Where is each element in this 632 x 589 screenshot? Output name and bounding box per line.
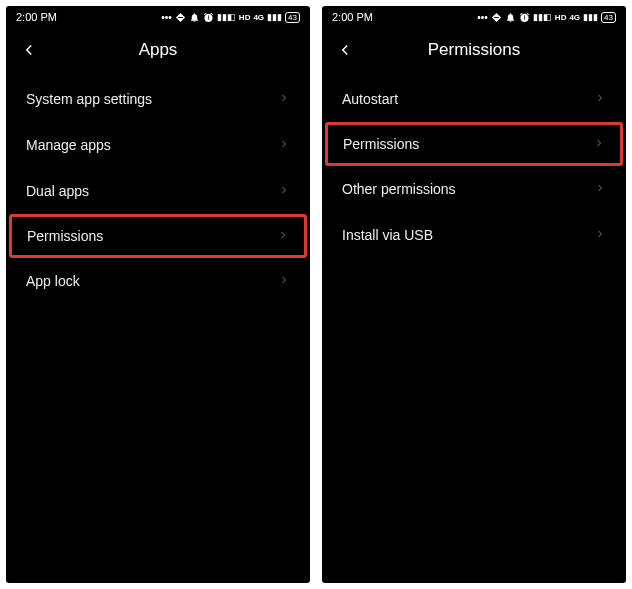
network-badge: HD [555,13,567,22]
alarm-icon [203,12,214,23]
list-item-other-permissions[interactable]: Other permissions [322,166,626,212]
settings-list: Autostart Permissions Other permissions … [322,76,626,258]
list-item-label: Permissions [343,136,419,152]
settings-list: System app settings Manage apps Dual app… [6,76,310,304]
header: Permissions [322,28,626,76]
back-button[interactable] [20,41,38,59]
list-item-system-app-settings[interactable]: System app settings [6,76,310,122]
back-icon [20,41,38,59]
list-item-app-lock[interactable]: App lock [6,258,310,304]
bell-off-icon [505,12,516,23]
status-icons: ••• ▮▮◧ HD 4G ▮▮▮ 43 [161,12,300,23]
header: Apps [6,28,310,76]
dnd-icon [175,12,186,23]
dnd-icon [491,12,502,23]
chevron-right-icon [278,91,290,107]
chevron-right-icon [593,136,605,152]
list-item-permissions[interactable]: Permissions [325,122,623,166]
chevron-right-icon [594,181,606,197]
list-item-label: Permissions [27,228,103,244]
list-item-label: System app settings [26,91,152,107]
list-item-install-via-usb[interactable]: Install via USB [322,212,626,258]
list-item-label: Dual apps [26,183,89,199]
battery-icon: 43 [601,12,616,23]
signal-icon-1: ▮▮◧ [217,12,236,22]
more-icon: ••• [161,12,172,23]
list-item-label: Other permissions [342,181,456,197]
list-item-label: Autostart [342,91,398,107]
network-4g: 4G [253,13,264,22]
status-bar: 2:00 PM ••• ▮▮◧ HD 4G ▮▮▮ 43 [6,6,310,28]
chevron-right-icon [594,227,606,243]
list-item-autostart[interactable]: Autostart [322,76,626,122]
list-item-manage-apps[interactable]: Manage apps [6,122,310,168]
list-item-permissions[interactable]: Permissions [9,214,307,258]
signal-icon-2: ▮▮▮ [267,12,282,22]
alarm-icon [519,12,530,23]
status-icons: ••• ▮▮◧ HD 4G ▮▮▮ 43 [477,12,616,23]
chevron-right-icon [594,91,606,107]
network-4g: 4G [569,13,580,22]
page-title: Permissions [336,40,612,60]
signal-icon-1: ▮▮◧ [533,12,552,22]
status-time: 2:00 PM [332,11,373,23]
chevron-right-icon [278,137,290,153]
list-item-label: App lock [26,273,80,289]
bell-off-icon [189,12,200,23]
chevron-right-icon [278,183,290,199]
network-badge: HD [239,13,251,22]
back-button[interactable] [336,41,354,59]
page-title: Apps [20,40,296,60]
chevron-right-icon [277,228,289,244]
list-item-dual-apps[interactable]: Dual apps [6,168,310,214]
signal-icon-2: ▮▮▮ [583,12,598,22]
phone-screen-apps: 2:00 PM ••• ▮▮◧ HD 4G ▮▮▮ 43 Apps System… [6,6,310,583]
battery-icon: 43 [285,12,300,23]
list-item-label: Install via USB [342,227,433,243]
more-icon: ••• [477,12,488,23]
phone-screen-permissions: 2:00 PM ••• ▮▮◧ HD 4G ▮▮▮ 43 Permissions… [322,6,626,583]
chevron-right-icon [278,273,290,289]
status-time: 2:00 PM [16,11,57,23]
status-bar: 2:00 PM ••• ▮▮◧ HD 4G ▮▮▮ 43 [322,6,626,28]
list-item-label: Manage apps [26,137,111,153]
back-icon [336,41,354,59]
